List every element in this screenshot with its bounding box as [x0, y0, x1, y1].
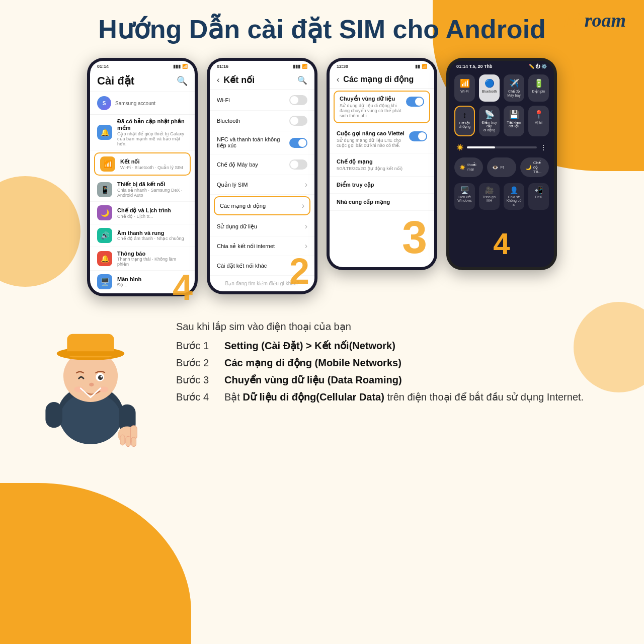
- location-qs-icon: 📍: [534, 110, 544, 119]
- phone1-header: Cài đặt 🔍: [90, 70, 195, 92]
- wifi-qs-icon: 📶: [460, 78, 470, 88]
- nfc-toggle[interactable]: [289, 138, 307, 148]
- menu-bluetooth[interactable]: Bluetooth: [210, 111, 314, 131]
- mode-icon: 🌙: [97, 205, 112, 220]
- settings-item-mode[interactable]: 🌙 Chế độ và Lịch trình Chế độ · Lịch tr.…: [90, 202, 195, 224]
- sim-arrow: ›: [305, 180, 307, 189]
- settings-item-sound[interactable]: 🔊 Âm thanh và rung Chế độ âm thanh · Nhạ…: [90, 224, 195, 247]
- intro-text: Sau khi lắp sim vào điện thoại của bạn: [176, 320, 624, 333]
- logo-roam: roam: [585, 10, 626, 31]
- step1-desc: Setting (Cài Đặt) > Kết nối(Network): [224, 340, 395, 352]
- qs-tile-data[interactable]: ↕️ Dữ liệudi động: [454, 106, 475, 136]
- network-provider[interactable]: Nhà cung cấp mạng: [330, 194, 434, 211]
- qs-bottom-recorder[interactable]: 🎥 Trình ghiMH: [479, 183, 500, 210]
- mobile-networks-arrow: ›: [302, 201, 304, 210]
- brightness-icon[interactable]: ☀️: [456, 144, 464, 151]
- phone1-screen: 01:14 ▮▮▮ 📶 Cài đặt 🔍 S Samsung account …: [90, 61, 195, 293]
- step2-desc: Các mạng di động (Mobile Networks): [224, 357, 401, 369]
- settings-item-ketnoi[interactable]: 📶 Kết nối Wi-Fi · Bluetooth · Quản lý SI…: [94, 152, 191, 176]
- qs-tile-battery[interactable]: 🔋 Điện pin: [528, 74, 549, 101]
- qs-bottom-share[interactable]: 👤 Chia sẻKhông có ai: [504, 183, 524, 210]
- menu-mobile-networks[interactable]: Các mạng di động ›: [214, 196, 310, 215]
- brightness-fill: [467, 146, 495, 148]
- phone4-time: 01:14 T.5, 20 Thb: [456, 64, 493, 69]
- qs-tile-airplane[interactable]: ✈️ Chế độMáy bay: [504, 74, 524, 101]
- ketnoi-icon: 📶: [100, 156, 115, 172]
- phone3-header: ‹ Các mạng di động: [330, 70, 434, 89]
- qs-toggle-normal[interactable]: ☀️ thoải mái: [454, 157, 483, 177]
- qs-toggle-mode[interactable]: 🌙 Chế độ Tố...: [520, 157, 549, 177]
- network-mode[interactable]: Chế độ mạng 5G/LTE/3G/2G (tự động kết nố…: [330, 153, 434, 177]
- update-icon: 🔔: [97, 125, 112, 140]
- phone3-status-bar: 12:30 ▮▮ 📶: [330, 61, 434, 70]
- data-qs-icon: ↕️: [463, 111, 467, 120]
- step4-desc: Bật Dữ liệu di động(Cellular Data) trên …: [224, 391, 584, 403]
- menu-data-usage[interactable]: Sử dụng dữ liệu ›: [210, 217, 314, 236]
- qs-brightness-row: ☀️ ⋮: [449, 140, 554, 154]
- more-options-icon[interactable]: ⋮: [540, 143, 547, 151]
- menu-airplane[interactable]: Chế độ Máy bay: [210, 154, 314, 175]
- settings-item-update[interactable]: 🔔 Đã có bản cập nhật phần mềm Cập nhật đ…: [90, 115, 195, 150]
- network-roaming[interactable]: Chuyển vùng dữ liệu Sử dụng dữ liệu di đ…: [334, 91, 430, 123]
- save-qs-icon: 💾: [509, 110, 519, 119]
- phone1-icons: ▮▮▮ 📶: [173, 64, 188, 69]
- phone3-back-arrow[interactable]: ‹: [337, 75, 339, 84]
- qs-toggle-eye[interactable]: 👁️ Ft: [487, 157, 516, 177]
- phone4-step-number: 4: [493, 226, 510, 261]
- steps-text: Sau khi lắp sim vào điện thoại của bạn B…: [176, 310, 624, 403]
- account-text: Samsung account: [115, 101, 155, 106]
- network-volte[interactable]: Cuộc gọi nâng cao Viettel Sử dụng mạng d…: [330, 125, 434, 153]
- phone2-status-bar: 01:16 ▮▮▮ 📶: [210, 61, 314, 70]
- qs-tile-location[interactable]: 📍 Vị trí: [528, 106, 549, 136]
- samsung-account-row: S Samsung account: [90, 92, 195, 115]
- qs-tile-save[interactable]: 💾 Tiết kiệmdữ liệu: [504, 106, 524, 136]
- qs-tile-wifi[interactable]: 📶 Wi-Fi: [454, 74, 475, 101]
- bluetooth-qs-icon: 🔵: [485, 78, 495, 88]
- step3-desc: Chuyển vùng dữ liệu (Data Roaming): [224, 374, 402, 386]
- volte-toggle[interactable]: [409, 131, 427, 141]
- menu-nfc[interactable]: NFC và thanh toán không tiếp xúc: [210, 131, 314, 154]
- mascot-area: [20, 310, 161, 451]
- step1-label: Bước 1: [176, 340, 216, 352]
- qs-bottom-dex[interactable]: 📲 DeX: [528, 183, 549, 210]
- menu-sim[interactable]: Quản lý SIM ›: [210, 175, 314, 195]
- qs-bottom-windows[interactable]: 🖥️ Liên kếtWindows: [454, 183, 475, 210]
- mascot-illustration: [25, 310, 156, 451]
- svg-rect-16: [120, 435, 125, 446]
- step3-label: Bước 3: [176, 374, 216, 386]
- bluetooth-toggle[interactable]: [289, 116, 307, 126]
- wifi-toggle[interactable]: [289, 95, 307, 105]
- svg-rect-19: [45, 402, 62, 428]
- svg-rect-18: [131, 437, 136, 447]
- phone3-step-number: 3: [402, 215, 427, 260]
- battery-qs-icon: 🔋: [534, 78, 544, 88]
- airplane-toggle[interactable]: [289, 159, 307, 170]
- qs-toggles-row: ☀️ thoải mái 👁️ Ft 🌙 Chế độ Tố...: [449, 154, 554, 180]
- menu-wifi[interactable]: Wi-Fi: [210, 90, 314, 111]
- phone3-icons: ▮▮ 📶: [415, 64, 427, 69]
- logo-text: hi roam: [564, 10, 626, 31]
- step-row-2: Bước 2 Các mạng di động (Mobile Networks…: [176, 357, 624, 369]
- phone2-search-icon[interactable]: 🔍: [297, 75, 307, 85]
- instruction-section: Sau khi lắp sim vào điện thoại của bạn B…: [0, 301, 644, 456]
- svg-point-8: [98, 375, 103, 380]
- mode-text: Chế độ và Lịch trình Chế độ · Lịch tr...: [117, 207, 188, 219]
- account-avatar: S: [97, 96, 111, 110]
- step-row-1: Bước 1 Setting (Cài Đặt) > Kết nối(Netwo…: [176, 340, 624, 352]
- svg-point-10: [89, 383, 94, 386]
- phone2-back-arrow[interactable]: ‹: [217, 75, 219, 85]
- phone2-header: ‹ Kết nối 🔍: [210, 70, 314, 90]
- network-apn[interactable]: Điểm truy cập: [330, 177, 434, 194]
- phone1-step-number: 4: [173, 269, 193, 305]
- qs-grid-row1: 📶 Wi-Fi 🔵 Bluetooth ✈️ Chế độMáy bay 🔋 Đ…: [449, 70, 554, 105]
- svg-rect-17: [126, 436, 130, 447]
- sound-icon: 🔊: [97, 228, 112, 243]
- phone1-search-icon[interactable]: 🔍: [177, 75, 188, 87]
- roaming-toggle[interactable]: [406, 97, 424, 107]
- qs-tile-bluetooth[interactable]: 🔵 Bluetooth: [479, 74, 500, 101]
- qs-tile-hotspot[interactable]: 📡 Điểm truy cậpdi động: [479, 106, 500, 136]
- brightness-bar[interactable]: [467, 146, 537, 148]
- settings-item-devices[interactable]: 📱 Thiết bị đã kết nối Chia sẻ nhanh · Sa…: [90, 178, 195, 202]
- phone2-screen-title: Kết nối: [223, 74, 293, 86]
- phone2-icons: ▮▮▮ 📶: [293, 64, 307, 69]
